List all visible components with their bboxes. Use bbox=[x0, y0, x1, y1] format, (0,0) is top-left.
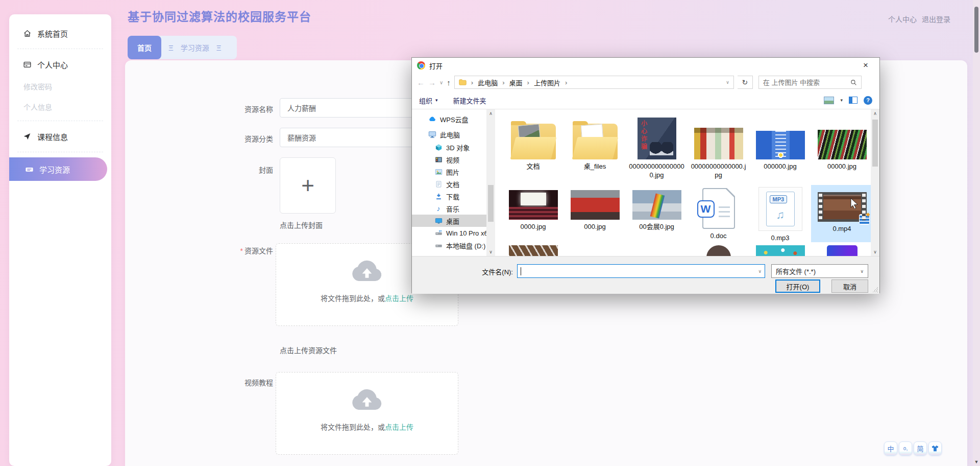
folder-icon bbox=[459, 79, 467, 85]
file-item[interactable]: 00000.jpg bbox=[811, 111, 871, 179]
video-file-dropzone[interactable]: 将文件拖到此处，或点击上传 bbox=[276, 372, 458, 455]
breadcrumb[interactable]: › 此电脑 › 桌面 › 上传图片 › ∨ bbox=[454, 76, 734, 89]
click-upload-link[interactable]: 点击上传 bbox=[385, 423, 413, 431]
address-dropdown-icon[interactable]: ∨ bbox=[726, 80, 729, 85]
file-item[interactable]: 小心诈骗 0000000000000000.jpg bbox=[626, 111, 688, 179]
sidebar-item-label: 个人信息 bbox=[23, 102, 52, 112]
file-item[interactable] bbox=[502, 245, 564, 256]
file-item-selected[interactable]: 0.mp4 bbox=[811, 185, 871, 242]
cover-upload-box[interactable]: + bbox=[280, 157, 336, 214]
menu-icon[interactable]: Ξ bbox=[216, 43, 222, 52]
up-icon[interactable]: ↑ bbox=[447, 78, 451, 87]
file-name: 00000.jpg bbox=[813, 162, 871, 171]
history-chevron-icon[interactable]: ∨ bbox=[439, 80, 443, 85]
file-name: 0000000000000000.jpg bbox=[628, 162, 686, 179]
refresh-button[interactable]: ↻ bbox=[738, 76, 753, 89]
filename-input[interactable]: ∨ bbox=[517, 264, 765, 278]
simplified-button[interactable]: 简 bbox=[914, 441, 927, 455]
breadcrumb-separator: › bbox=[471, 79, 473, 86]
image-thumbnail bbox=[756, 245, 805, 256]
scrollbar-thumb[interactable] bbox=[872, 120, 878, 167]
file-item[interactable]: 000.jpg bbox=[564, 185, 626, 242]
click-upload-link[interactable]: 点击上传 bbox=[385, 294, 413, 302]
file-list-scrollbar[interactable]: ∧ ∨ bbox=[871, 109, 879, 256]
sidebar-item-home[interactable]: 系统首页 bbox=[9, 21, 111, 45]
filetype-select[interactable]: 所有文件 (*.*) ∨ bbox=[771, 264, 868, 278]
file-item[interactable] bbox=[688, 245, 749, 256]
file-item[interactable]: 00会展0.jpg bbox=[626, 185, 688, 242]
new-folder-button[interactable]: 新建文件夹 bbox=[453, 96, 486, 105]
dialog-body: WPS云盘 此电脑 3D 对象 视频 图片 文档 bbox=[412, 109, 879, 256]
file-item[interactable]: MP3♫ 0.mp3 bbox=[749, 185, 811, 242]
tab-home[interactable]: 首页 bbox=[128, 36, 161, 59]
file-item[interactable] bbox=[749, 245, 811, 256]
file-item[interactable] bbox=[626, 245, 688, 256]
sidebar-item-personal-info[interactable]: 个人信息 bbox=[9, 97, 111, 117]
view-dropdown-icon[interactable]: ▾ bbox=[840, 98, 843, 103]
tree-scrollbar[interactable]: ∧ ∨ bbox=[486, 109, 495, 256]
tree-item-desktop[interactable]: 桌面 bbox=[412, 215, 486, 227]
breadcrumb-desktop[interactable]: 桌面 bbox=[509, 78, 523, 87]
breadcrumb-this-pc[interactable]: 此电脑 bbox=[478, 78, 498, 87]
file-grid: 文档 ☺ 桌_files 小心诈骗 0000000000000000.jpg 0… bbox=[495, 109, 871, 256]
close-icon[interactable]: × bbox=[857, 59, 874, 72]
organize-menu[interactable]: 组织 ▾ bbox=[419, 96, 438, 105]
pinyin-button[interactable]: o, bbox=[899, 441, 912, 455]
scrollbar-thumb[interactable] bbox=[488, 185, 494, 222]
user-center-link[interactable]: 个人中心 bbox=[888, 14, 917, 24]
file-row: 文档 ☺ 桌_files 小心诈骗 0000000000000000.jpg 0… bbox=[502, 111, 871, 179]
image-thumbnail bbox=[827, 245, 857, 256]
sidebar-item-profile-center[interactable]: 个人中心 bbox=[9, 53, 111, 76]
search-input[interactable] bbox=[763, 79, 850, 86]
tree-item-videos[interactable]: 视频 bbox=[412, 153, 486, 166]
file-item[interactable]: 0000.jpg bbox=[502, 185, 564, 242]
tree-item-downloads[interactable]: 下载 bbox=[412, 190, 486, 202]
logout-link[interactable]: 退出登录 bbox=[922, 14, 950, 24]
file-item[interactable]: W 0.doc bbox=[688, 185, 749, 242]
file-name: 0.doc bbox=[690, 231, 748, 240]
sidebar-item-change-password[interactable]: 修改密码 bbox=[9, 76, 111, 97]
file-item[interactable]: 文档 bbox=[502, 111, 564, 179]
chinese-button[interactable]: 中 bbox=[884, 441, 897, 455]
open-button[interactable]: 打开(O) bbox=[775, 279, 820, 293]
tab-learning-resources[interactable]: 学习资源 bbox=[181, 42, 209, 53]
preview-pane-icon[interactable] bbox=[849, 97, 857, 104]
tree-item-system-drive[interactable]: Win 10 Pro x64 ( bbox=[412, 227, 486, 239]
dialog-titlebar[interactable]: 打开 × bbox=[412, 58, 879, 73]
tree-item-local-disk-d[interactable]: 本地磁盘 (D:) bbox=[412, 239, 486, 251]
resource-file-label: *资源文件 bbox=[211, 245, 273, 255]
scroll-up-icon[interactable]: ∧ bbox=[486, 111, 495, 116]
menu-icon[interactable]: Ξ bbox=[168, 43, 174, 52]
scroll-up-icon[interactable]: ∧ bbox=[871, 111, 879, 116]
mouse-cursor bbox=[850, 198, 859, 208]
tree-item-this-pc[interactable]: 此电脑 bbox=[412, 128, 486, 141]
breadcrumb-upload-images[interactable]: 上传图片 bbox=[534, 78, 560, 87]
tree-item-documents[interactable]: 文档 bbox=[412, 178, 486, 190]
sidebar-item-learning-resources[interactable]: 学习资源 bbox=[9, 157, 107, 181]
help-icon[interactable]: ? bbox=[864, 96, 872, 105]
scroll-down-icon[interactable]: ∨ bbox=[486, 249, 495, 254]
file-item[interactable]: 00000000000000.jpg bbox=[688, 111, 749, 179]
tree-item-pictures[interactable]: 图片 bbox=[412, 166, 486, 178]
search-box[interactable] bbox=[758, 76, 862, 89]
tree-item-wps-cloud[interactable]: WPS云盘 bbox=[412, 112, 486, 126]
file-item[interactable]: 000000.jpg bbox=[749, 111, 811, 179]
sidebar-item-course-info[interactable]: 课程信息 bbox=[9, 125, 111, 148]
scrollbar-thumb[interactable] bbox=[974, 7, 978, 53]
back-icon[interactable]: ← bbox=[417, 78, 425, 87]
file-item[interactable]: ☺ 桌_files bbox=[564, 111, 626, 179]
file-item[interactable] bbox=[564, 245, 626, 256]
resize-grip[interactable] bbox=[873, 287, 878, 292]
forward-icon[interactable]: → bbox=[428, 78, 436, 87]
file-item[interactable] bbox=[811, 245, 871, 256]
cancel-button[interactable]: 取消 bbox=[831, 279, 868, 293]
view-thumbnails-icon[interactable] bbox=[824, 97, 834, 104]
scroll-down-icon[interactable]: ∨ bbox=[871, 249, 879, 254]
theme-shirt-button[interactable] bbox=[928, 441, 942, 455]
tree-item-3d-objects[interactable]: 3D 对象 bbox=[412, 141, 486, 153]
filename-dropdown-icon[interactable]: ∨ bbox=[758, 269, 762, 274]
page-scrollbar[interactable]: ▼ bbox=[973, 0, 980, 466]
tree-item-music[interactable]: ♪ 音乐 bbox=[412, 202, 486, 215]
file-name: 000.jpg bbox=[566, 222, 624, 231]
scroll-down-icon[interactable]: ▼ bbox=[973, 459, 980, 464]
